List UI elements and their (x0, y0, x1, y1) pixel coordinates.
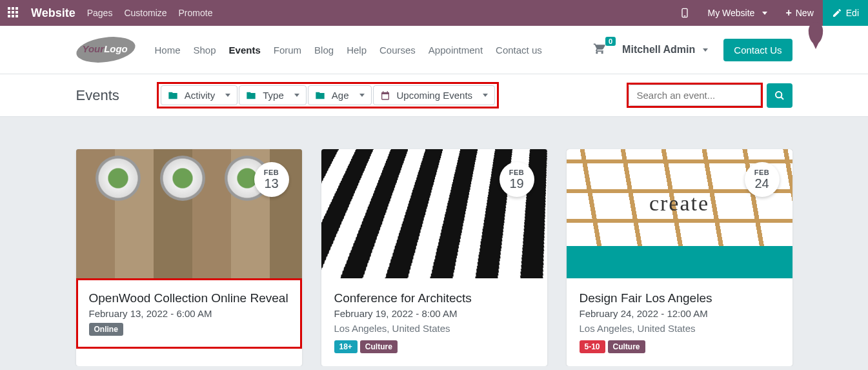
cart-icon (592, 42, 607, 55)
event-card[interactable]: FEB13OpenWood Collection Online RevealFe… (76, 149, 302, 366)
event-title: OpenWood Collection Online Reveal (89, 291, 289, 305)
cart-count-badge: 0 (605, 37, 616, 46)
admin-link-promote[interactable]: Promote (179, 8, 213, 18)
event-body: Design Fair Los AngelesFebruary 24, 2022… (567, 278, 792, 366)
edit-button[interactable]: Edi (823, 0, 868, 26)
my-website-label: My Website (708, 8, 755, 18)
date-month: FEB (754, 169, 770, 176)
edit-label: Edi (846, 8, 859, 18)
nav-appointment[interactable]: Appointment (429, 45, 483, 56)
nav-shop[interactable]: Shop (194, 45, 216, 56)
mobile-icon (680, 8, 690, 18)
svg-line-3 (781, 97, 783, 99)
theme-drop-icon[interactable] (808, 22, 822, 44)
nav-contact[interactable]: Contact us (496, 45, 542, 56)
event-location: Los Angeles, United States (334, 323, 534, 334)
nav-courses[interactable]: Courses (379, 45, 416, 56)
events-grid: FEB13OpenWood Collection Online RevealFe… (66, 117, 802, 366)
date-day: 13 (264, 176, 278, 191)
nav-home[interactable]: Home (155, 45, 181, 56)
folder-icon (315, 90, 325, 101)
nav-help[interactable]: Help (347, 45, 367, 56)
search-button[interactable] (767, 83, 792, 108)
calendar-icon (380, 90, 390, 101)
cart-button[interactable]: 0 (592, 42, 607, 58)
date-month: FEB (509, 169, 525, 176)
pencil-icon (832, 8, 842, 18)
event-datetime: February 13, 2022 - 6:00 AM (89, 308, 289, 319)
nav-events[interactable]: Events (229, 45, 261, 56)
event-image: createFEB24 (567, 149, 792, 278)
event-tag: 18+ (334, 340, 358, 353)
event-datetime: February 19, 2022 - 8:00 AM (334, 308, 534, 319)
nav-blog[interactable]: Blog (314, 45, 334, 56)
event-title: Conference for Architects (334, 291, 534, 305)
chevron-down-icon (762, 12, 767, 15)
event-body: OpenWood Collection Online RevealFebruar… (76, 278, 302, 349)
event-image: FEB19 (321, 149, 547, 278)
date-badge: FEB24 (745, 162, 780, 197)
mobile-preview-button[interactable] (671, 0, 699, 26)
event-datetime: February 24, 2022 - 12:00 AM (580, 308, 780, 319)
chevron-down-icon (225, 94, 230, 97)
filter-age[interactable]: Age (308, 85, 372, 105)
date-day: 19 (509, 176, 523, 191)
event-body: Conference for ArchitectsFebruary 19, 20… (321, 278, 547, 366)
nav-forum[interactable]: Forum (274, 45, 301, 56)
date-badge: FEB19 (500, 162, 534, 197)
search-icon (774, 90, 785, 101)
filter-bar: Events Activity Type Age Upcoming Events (0, 74, 868, 117)
chevron-down-icon (703, 48, 708, 52)
event-title: Design Fair Los Angeles (580, 291, 780, 305)
event-image: FEB13 (76, 149, 302, 278)
event-tag: Online (89, 323, 123, 336)
filter-group-highlight: Activity Type Age Upcoming Events (157, 82, 499, 108)
apps-icon[interactable] (8, 7, 19, 19)
event-location: Los Angeles, United States (580, 323, 780, 334)
date-month: FEB (264, 169, 279, 176)
folder-icon (246, 90, 256, 101)
filter-type-label: Type (263, 90, 284, 101)
event-tag: Culture (360, 340, 398, 353)
site-logo[interactable]: YourLogo (76, 37, 136, 62)
date-badge: FEB13 (254, 162, 289, 197)
event-tag: Culture (608, 340, 645, 353)
admin-bar: Website Pages Customize Promote My Websi… (0, 0, 868, 26)
new-label: New (796, 8, 814, 18)
filter-upcoming-label: Upcoming Events (397, 90, 473, 101)
user-name: Mitchell Admin (622, 44, 695, 56)
search-box-highlight (627, 83, 763, 108)
event-card[interactable]: FEB19Conference for ArchitectsFebruary 1… (321, 149, 547, 366)
filter-type[interactable]: Type (239, 85, 307, 105)
chevron-down-icon (359, 94, 365, 97)
page-title: Events (76, 87, 119, 104)
site-nav: YourLogo Home Shop Events Forum Blog Hel… (0, 26, 868, 74)
date-day: 24 (754, 176, 769, 191)
plus-icon: + (785, 7, 791, 19)
folder-icon (168, 90, 178, 101)
svg-point-2 (776, 92, 782, 98)
event-tag: 5-10 (580, 340, 605, 353)
chevron-down-icon (483, 94, 488, 97)
event-card[interactable]: createFEB24Design Fair Los AngelesFebrua… (567, 149, 792, 366)
app-brand[interactable]: Website (31, 6, 76, 20)
admin-link-pages[interactable]: Pages (87, 8, 113, 18)
search-input[interactable] (629, 85, 761, 106)
user-dropdown[interactable]: Mitchell Admin (622, 44, 708, 56)
filter-activity[interactable]: Activity (161, 85, 238, 105)
filter-activity-label: Activity (185, 90, 216, 101)
my-website-dropdown[interactable]: My Website (699, 0, 777, 26)
filter-age-label: Age (332, 90, 349, 101)
contact-us-button[interactable]: Contact Us (723, 39, 792, 61)
admin-link-customize[interactable]: Customize (124, 8, 167, 18)
filter-upcoming[interactable]: Upcoming Events (373, 85, 496, 105)
chevron-down-icon (294, 94, 299, 97)
